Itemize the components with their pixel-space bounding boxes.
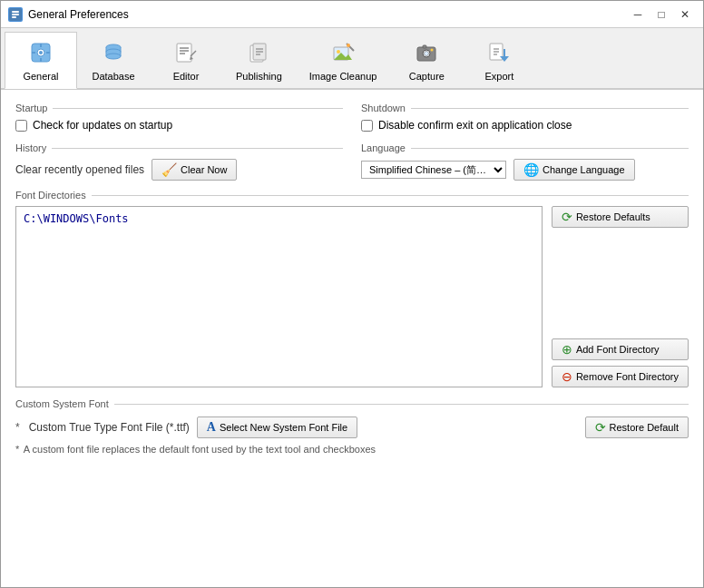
change-lang-label: Change Language — [543, 164, 625, 175]
custom-font-section-label: Custom System Font — [15, 398, 689, 409]
clear-icon: 🧹 — [161, 162, 177, 177]
restore-default-button[interactable]: ⟳ Restore Default — [585, 416, 689, 438]
select-font-file-button[interactable]: A Select New System Font File — [197, 416, 357, 438]
restore-defaults-label: Restore Defaults — [576, 211, 650, 222]
startup-label: Startup — [15, 103, 343, 113]
shutdown-checkbox-row: Disable confirm exit on application clos… — [361, 119, 689, 132]
language-section-label: Language — [361, 142, 689, 153]
custom-font-note: * A custom font file replaces the defaul… — [15, 444, 689, 455]
asterisk-icon: * — [15, 421, 20, 434]
clear-files-label: Clear recently opened files — [15, 163, 144, 176]
minimize-button[interactable]: ─ — [627, 5, 649, 24]
tab-capture-label: Capture — [409, 71, 445, 82]
app-icon — [8, 7, 23, 22]
restore-default-label: Restore Default — [610, 422, 679, 433]
restore-button[interactable]: □ — [650, 5, 672, 24]
tab-capture[interactable]: Capture — [390, 32, 463, 88]
change-language-button[interactable]: 🌐 Change Language — [513, 159, 635, 181]
svg-point-38 — [431, 49, 434, 52]
title-bar: General Preferences ─ □ ✕ — [1, 1, 703, 28]
main-window: General Preferences ─ □ ✕ General — [0, 0, 704, 588]
clear-now-button[interactable]: 🧹 Clear Now — [152, 159, 237, 181]
svg-point-6 — [39, 51, 43, 54]
font-directories-section: Font Directories C:\WINDOWS\Fonts ⟳ Rest… — [15, 190, 689, 387]
svg-rect-2 — [12, 14, 19, 15]
restore-defaults-button[interactable]: ⟳ Restore Defaults — [552, 206, 689, 228]
svg-rect-3 — [12, 16, 16, 18]
history-section: History Clear recently opened files 🧹 Cl… — [15, 142, 343, 181]
tab-general[interactable]: General — [5, 32, 77, 89]
remove-font-dir-icon: ⊖ — [562, 369, 572, 384]
tab-export[interactable]: Export — [463, 32, 535, 88]
svg-rect-1 — [12, 11, 19, 13]
language-section: Language Simplified Chinese – (简… Englis… — [361, 142, 689, 181]
publishing-icon — [244, 38, 273, 67]
note-text: A custom font file replaces the default … — [24, 444, 376, 455]
tab-image-cleanup-label: Image Cleanup — [309, 71, 377, 82]
tab-general-label: General — [23, 71, 58, 82]
export-icon — [484, 38, 513, 67]
svg-point-15 — [106, 54, 121, 59]
font-dir-body: C:\WINDOWS\Fonts ⟳ Restore Defaults ⊕ Ad… — [15, 206, 689, 387]
toolbar: General Database — [1, 28, 703, 89]
svg-rect-7 — [40, 44, 42, 47]
history-row: Clear recently opened files 🧹 Clear Now — [15, 159, 343, 181]
editor-icon — [171, 38, 200, 67]
startup-shutdown-row: Startup Check for updates on startup Shu… — [15, 103, 689, 135]
svg-rect-10 — [46, 52, 50, 54]
add-font-dir-icon: ⊕ — [562, 342, 572, 357]
tab-image-cleanup[interactable]: Image Cleanup — [296, 32, 391, 88]
note-asterisk: * — [15, 444, 19, 455]
select-font-icon: A — [207, 420, 216, 435]
startup-checkbox[interactable] — [15, 120, 27, 132]
svg-rect-9 — [32, 52, 35, 54]
language-row: Simplified Chinese – (简… English French … — [361, 159, 689, 181]
svg-rect-37 — [423, 45, 426, 48]
remove-font-dir-label: Remove Font Directory — [576, 371, 679, 382]
history-section-label: History — [15, 142, 343, 153]
font-dir-list[interactable]: C:\WINDOWS\Fonts — [15, 206, 543, 387]
capture-icon — [412, 38, 441, 67]
tab-database-label: Database — [92, 71, 134, 82]
svg-point-33 — [347, 44, 350, 47]
shutdown-label: Shutdown — [361, 103, 689, 113]
svg-point-36 — [425, 52, 429, 56]
general-icon — [26, 38, 55, 67]
tab-export-label: Export — [484, 71, 513, 82]
history-language-row: History Clear recently opened files 🧹 Cl… — [15, 142, 689, 181]
font-dir-item: C:\WINDOWS\Fonts — [20, 211, 538, 227]
font-dir-buttons: ⟳ Restore Defaults ⊕ Add Font Directory … — [552, 206, 689, 387]
restore-defaults-icon: ⟳ — [562, 210, 572, 224]
database-icon — [99, 38, 128, 67]
tab-editor[interactable]: Editor — [150, 32, 222, 88]
change-lang-icon: 🌐 — [523, 162, 539, 177]
font-dir-section-label: Font Directories — [15, 190, 689, 201]
tab-publishing-label: Publishing — [236, 71, 282, 82]
clear-now-label: Clear Now — [181, 164, 227, 175]
image-cleanup-icon — [328, 38, 357, 67]
tab-publishing[interactable]: Publishing — [222, 32, 296, 88]
shutdown-checkbox-label: Disable confirm exit on application clos… — [378, 119, 572, 132]
shutdown-checkbox[interactable] — [361, 120, 373, 132]
add-font-dir-label: Add Font Directory — [576, 344, 660, 355]
tab-database[interactable]: Database — [77, 32, 150, 88]
language-select[interactable]: Simplified Chinese – (简… English French — [361, 161, 506, 179]
restore-default-icon: ⟳ — [595, 420, 606, 435]
svg-rect-8 — [40, 58, 42, 62]
window-controls: ─ □ ✕ — [627, 5, 696, 24]
shutdown-section: Shutdown Disable confirm exit on applica… — [361, 103, 689, 135]
remove-font-dir-button[interactable]: ⊖ Remove Font Directory — [552, 366, 689, 387]
window-title: General Preferences — [28, 8, 627, 21]
content-area: Startup Check for updates on startup Shu… — [1, 89, 703, 587]
svg-rect-18 — [177, 44, 191, 62]
startup-checkbox-row: Check for updates on startup — [15, 119, 343, 132]
font-file-label: Custom True Type Font File (*.ttf) — [29, 421, 190, 434]
add-font-dir-button[interactable]: ⊕ Add Font Directory — [552, 338, 689, 360]
custom-system-font-section: Custom System Font * Custom True Type Fo… — [15, 398, 689, 455]
svg-point-30 — [337, 50, 340, 54]
select-font-label: Select New System Font File — [220, 422, 347, 433]
startup-section: Startup Check for updates on startup — [15, 103, 343, 135]
close-button[interactable]: ✕ — [674, 5, 696, 24]
tab-editor-label: Editor — [173, 71, 200, 82]
custom-font-row: * Custom True Type Font File (*.ttf) A S… — [15, 416, 689, 438]
